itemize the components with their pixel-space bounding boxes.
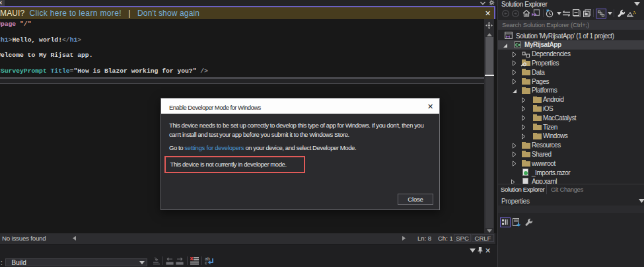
svg-text:c: c	[205, 260, 207, 265]
